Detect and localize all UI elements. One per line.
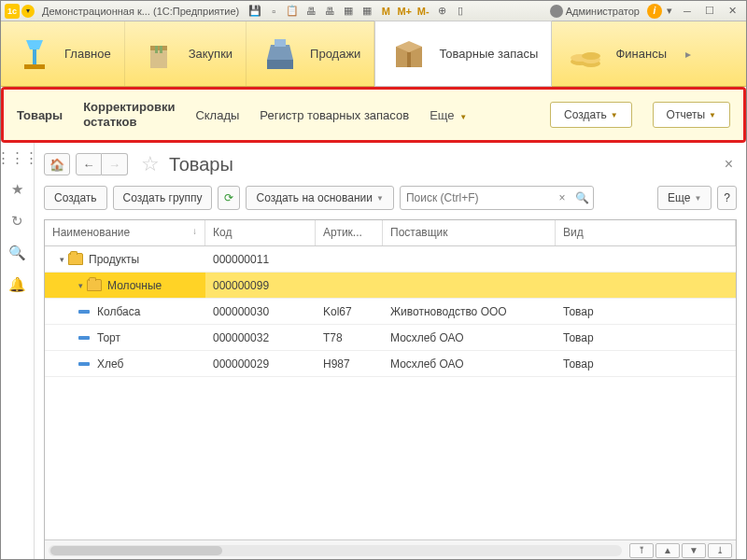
row-code: 000000011 bbox=[205, 246, 316, 272]
search-box[interactable]: × 🔍 bbox=[400, 186, 594, 210]
sidebar-history-icon[interactable]: ↻ bbox=[8, 212, 27, 231]
create-based-button[interactable]: Создать на основании▼ bbox=[246, 186, 393, 210]
refresh-button[interactable]: ⟳ bbox=[218, 186, 240, 210]
nav-sales[interactable]: Продажи bbox=[247, 21, 374, 86]
sidebar-search-icon[interactable]: 🔍 bbox=[8, 244, 27, 262]
item-icon bbox=[78, 362, 90, 366]
row-code: 000000029 bbox=[205, 351, 316, 376]
m-button[interactable]: M bbox=[377, 4, 394, 19]
row-article bbox=[316, 273, 383, 298]
m-plus-button[interactable]: M+ bbox=[396, 4, 413, 19]
row-code: 000000099 bbox=[205, 273, 316, 298]
nav-sales-label: Продажи bbox=[310, 47, 360, 61]
table-row[interactable]: ▾Молочные000000099 bbox=[45, 273, 736, 299]
item-icon bbox=[78, 310, 90, 314]
nav-purchases-label: Закупки bbox=[189, 47, 233, 61]
new-doc-icon[interactable]: ▫ bbox=[265, 4, 282, 19]
subnav-reports-button[interactable]: Отчеты▼ bbox=[653, 102, 730, 128]
search-clear-icon[interactable]: × bbox=[552, 191, 572, 204]
favorite-star-icon[interactable]: ☆ bbox=[141, 152, 160, 176]
row-name: Хлеб bbox=[97, 357, 123, 371]
row-name: Молочные bbox=[107, 279, 162, 292]
svg-rect-6 bbox=[160, 46, 162, 53]
table-row[interactable]: Колбаса000000030Kol67Животноводство ОООТ… bbox=[45, 299, 736, 325]
nav-main-label: Главное bbox=[64, 47, 111, 61]
table-row[interactable]: Торт000000032T78Мосхлеб ОАОТовар bbox=[45, 325, 736, 351]
subnav-create-button[interactable]: Создать▼ bbox=[550, 102, 632, 128]
col-code[interactable]: Код bbox=[205, 220, 316, 245]
search-icon[interactable]: 🔍 bbox=[572, 191, 593, 204]
nav-main[interactable]: Главное bbox=[1, 21, 125, 86]
user-name: Администратор bbox=[566, 6, 640, 17]
nav-purchases[interactable]: Закупки bbox=[125, 21, 247, 86]
forward-button[interactable]: → bbox=[102, 153, 128, 175]
user-icon bbox=[550, 5, 563, 18]
sidebar-bell-icon[interactable]: 🔔 bbox=[8, 275, 27, 294]
nav-inventory[interactable]: Товарные запасы bbox=[374, 21, 552, 87]
expand-icon[interactable]: ▾ bbox=[78, 281, 83, 290]
save-icon[interactable]: 💾 bbox=[247, 4, 263, 19]
scroll-down-button[interactable]: ▼ bbox=[682, 543, 706, 558]
minimize-button[interactable]: ─ bbox=[677, 4, 698, 19]
row-kind bbox=[556, 246, 736, 272]
table-row[interactable]: Хлеб000000029H987Мосхлеб ОАОТовар bbox=[45, 351, 736, 377]
subnav-corrections[interactable]: Корректировкиостатков bbox=[83, 100, 175, 129]
info-icon[interactable]: i bbox=[647, 4, 662, 19]
print-icon[interactable]: 🖶 bbox=[303, 4, 319, 19]
sort-icon: ↓ bbox=[192, 226, 197, 236]
nav-finance[interactable]: Финансы bbox=[552, 21, 680, 86]
subnav-warehouses[interactable]: Склады bbox=[195, 108, 239, 122]
folder-icon bbox=[68, 253, 83, 265]
create-button[interactable]: Создать bbox=[44, 186, 107, 210]
calendar-icon[interactable]: ▦ bbox=[359, 4, 375, 19]
create-group-button[interactable]: Создать группу bbox=[113, 186, 213, 210]
folder-icon bbox=[87, 279, 102, 291]
col-kind[interactable]: Вид bbox=[556, 220, 736, 245]
print-preview-icon[interactable]: 🖶 bbox=[321, 4, 338, 19]
box-icon bbox=[388, 34, 430, 75]
info-dropdown[interactable]: ▾ bbox=[664, 4, 675, 19]
row-article: Kol67 bbox=[316, 299, 383, 324]
col-name[interactable]: Наименование↓ bbox=[45, 220, 205, 245]
page-title: Товары bbox=[169, 154, 233, 175]
table-header: Наименование↓ Код Артик... Поставщик Вид bbox=[45, 220, 736, 246]
col-article[interactable]: Артик... bbox=[316, 220, 383, 245]
sidebar-star-icon[interactable]: ★ bbox=[8, 180, 27, 199]
user-badge[interactable]: Администратор bbox=[550, 5, 640, 18]
window-list-icon[interactable]: ▯ bbox=[452, 4, 469, 19]
content: 🏠 ← → ☆ Товары × Создать Создать группу … bbox=[35, 143, 746, 560]
expand-icon[interactable]: ▾ bbox=[60, 255, 64, 264]
search-input[interactable] bbox=[401, 191, 552, 204]
svg-rect-1 bbox=[33, 49, 36, 64]
subnav-more[interactable]: Еще ▼ bbox=[430, 108, 467, 122]
col-supplier[interactable]: Поставщик bbox=[383, 220, 556, 245]
row-article: T78 bbox=[316, 325, 383, 350]
sidebar-menu-icon[interactable]: ⋮⋮⋮ bbox=[8, 148, 27, 167]
scroll-up-button[interactable]: ▲ bbox=[655, 543, 680, 558]
zoom-icon[interactable]: ⊕ bbox=[433, 4, 450, 19]
help-button[interactable]: ? bbox=[717, 186, 737, 210]
app-menu-dropdown[interactable]: ▾ bbox=[21, 5, 35, 18]
row-name: Торт bbox=[97, 331, 120, 344]
m-minus-button[interactable]: M- bbox=[415, 4, 431, 19]
home-button[interactable]: 🏠 bbox=[44, 153, 70, 175]
coins-icon bbox=[565, 34, 606, 75]
close-window-button[interactable]: ✕ bbox=[722, 4, 742, 19]
h-scrollbar[interactable] bbox=[49, 545, 622, 556]
maximize-button[interactable]: ☐ bbox=[699, 4, 720, 19]
scroll-top-button[interactable]: ⤒ bbox=[629, 543, 654, 558]
more-button[interactable]: Еще▼ bbox=[657, 186, 712, 210]
clipboard-icon[interactable]: 📋 bbox=[284, 4, 301, 19]
row-supplier: Мосхлеб ОАО bbox=[383, 351, 556, 376]
table-row[interactable]: ▾Продукты000000011 bbox=[45, 246, 736, 273]
page-close-button[interactable]: × bbox=[721, 152, 737, 176]
scroll-bottom-button[interactable]: ⤓ bbox=[708, 543, 732, 558]
window-title: Демонстрационная к... (1С:Предприятие) bbox=[42, 6, 239, 17]
toolbar: Создать Создать группу ⟳ Создать на осно… bbox=[44, 182, 737, 214]
row-article: H987 bbox=[316, 351, 383, 376]
subnav-goods[interactable]: Товары bbox=[17, 108, 63, 122]
subnav-register[interactable]: Регистр товарных запасов bbox=[260, 108, 409, 122]
back-button[interactable]: ← bbox=[76, 153, 102, 175]
calculator-icon[interactable]: ▦ bbox=[340, 4, 357, 19]
nav-more-arrow[interactable]: ▸ bbox=[680, 21, 697, 86]
